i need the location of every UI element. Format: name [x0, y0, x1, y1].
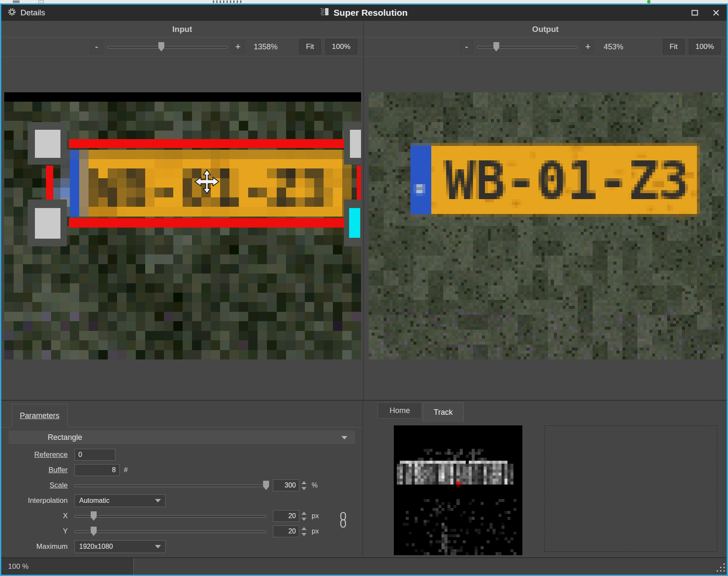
chevron-down-icon — [341, 436, 347, 439]
output-100pct-button[interactable]: 100% — [689, 39, 721, 54]
y-value-input[interactable] — [273, 525, 299, 537]
input-100pct-button[interactable]: 100% — [325, 39, 357, 54]
chevron-down-icon — [155, 545, 161, 548]
status-bar: 100 % — [1, 557, 727, 575]
parameters-tabstrip: Parameters — [1, 402, 362, 428]
selection-edge-right[interactable] — [357, 165, 361, 200]
selection-handle-bottom-right[interactable] — [349, 208, 360, 238]
scale-increment-button[interactable] — [300, 479, 307, 485]
background-fragment — [13, 0, 20, 3]
input-fit-button[interactable]: Fit — [299, 39, 321, 54]
window-controls — [684, 5, 727, 21]
link-xy-toggle[interactable] — [337, 511, 350, 529]
output-zoom-toolbar: - + 453% Fit 100% — [364, 37, 727, 57]
input-zoom-slider-track[interactable] — [107, 46, 227, 48]
bottom-area: Parameters Rectangle Reference Buffer # — [1, 400, 727, 557]
maximum-row: Maximum 1920x1080 — [1, 539, 362, 554]
output-viewer-panel: Output - + 453% Fit 100% — [364, 21, 727, 400]
selection-edge-top[interactable] — [69, 139, 347, 148]
x-slider-track[interactable] — [75, 515, 266, 518]
buffer-input[interactable] — [75, 464, 120, 476]
x-slider[interactable] — [75, 510, 266, 522]
output-zoom-slider-track[interactable] — [477, 46, 577, 48]
reference-input[interactable] — [75, 449, 115, 461]
chain-link-icon — [338, 511, 348, 528]
close-button[interactable] — [705, 5, 727, 21]
input-zoom-buttons: Fit 100% — [299, 39, 357, 54]
status-zoom-segment: 100 % — [1, 558, 134, 575]
x-decrement-button[interactable] — [300, 516, 307, 522]
y-decrement-button[interactable] — [300, 531, 307, 537]
scale-label[interactable]: Scale — [1, 481, 75, 490]
maximum-dropdown[interactable]: 1920x1080 — [75, 540, 166, 553]
output-zoom-out-button[interactable]: - — [460, 40, 473, 54]
y-spinner — [273, 525, 307, 537]
input-image-stage — [4, 92, 361, 359]
details-menu-button[interactable]: Details — [1, 5, 51, 21]
output-fit-button[interactable]: Fit — [663, 39, 685, 54]
tab-track[interactable]: Track — [423, 402, 464, 422]
output-zoom-in-button[interactable]: + — [582, 40, 594, 54]
input-panel-title: Input — [1, 21, 363, 37]
parameters-form: Reference Buffer # Scale — [1, 447, 362, 554]
x-value-input[interactable] — [273, 510, 299, 522]
input-zoom-slider[interactable] — [107, 41, 227, 52]
y-unit: px — [312, 528, 319, 535]
track-correlation-preview — [394, 425, 522, 555]
interpolation-row: Interpolation Automatic — [1, 493, 362, 508]
output-zoom-slider-handle[interactable] — [493, 42, 499, 51]
scale-slider-track[interactable] — [75, 485, 266, 487]
rectangle-group-label: Rectangle — [48, 433, 82, 442]
interpolation-dropdown[interactable]: Automatic — [75, 494, 166, 507]
maximize-button[interactable] — [684, 5, 705, 21]
input-zoom-in-button[interactable]: + — [232, 40, 244, 54]
scale-decrement-button[interactable] — [300, 485, 307, 491]
input-zoom-toolbar: - + 1358% Fit 100% — [1, 37, 363, 57]
input-zoom-out-button[interactable]: - — [90, 40, 103, 54]
tracking-tabstrip: Home Track — [363, 402, 727, 423]
tab-home[interactable]: Home — [378, 402, 422, 419]
input-zoom-slider-handle[interactable] — [158, 42, 164, 51]
buffer-label[interactable]: Buffer — [1, 466, 75, 474]
buffer-row: Buffer # — [1, 462, 362, 478]
details-label: Details — [20, 8, 45, 17]
input-zoom-value: 1358% — [254, 43, 291, 51]
y-increment-button[interactable] — [300, 525, 307, 531]
x-slider-handle[interactable] — [91, 511, 97, 521]
tracking-panel: Home Track — [363, 401, 727, 557]
arrow-down-icon — [301, 533, 307, 536]
x-spinner — [273, 510, 307, 522]
selection-handle-top-right[interactable] — [350, 130, 361, 158]
scale-slider[interactable] — [75, 480, 266, 491]
resize-grip[interactable] — [715, 562, 725, 574]
arrow-up-icon — [301, 481, 307, 484]
selection-handle-top-left[interactable] — [35, 130, 60, 158]
x-unit: px — [312, 512, 319, 520]
arrow-up-icon — [301, 512, 307, 515]
scale-slider-handle[interactable] — [263, 481, 269, 490]
output-image-canvas[interactable] — [369, 92, 724, 359]
selection-edge-left[interactable] — [46, 165, 53, 201]
interpolation-value: Automatic — [79, 497, 109, 505]
reference-label[interactable]: Reference — [1, 451, 75, 459]
y-slider[interactable] — [75, 526, 266, 537]
y-row: Y px — [1, 524, 362, 539]
output-zoom-slider[interactable] — [477, 41, 577, 52]
x-increment-button[interactable] — [300, 510, 307, 516]
output-zoom-value: 453% — [604, 43, 641, 51]
selection-edge-bottom[interactable] — [69, 218, 346, 228]
scale-value-input[interactable] — [273, 479, 299, 491]
y-slider-track[interactable] — [75, 530, 266, 533]
selection-handle-bottom-left[interactable] — [35, 208, 60, 239]
tab-parameters[interactable]: Parameters — [11, 404, 68, 428]
input-viewer-panel: Input - + 1358% Fit 100% — [1, 21, 364, 400]
output-panel-title: Output — [364, 21, 727, 37]
title-bar: Details — [1, 5, 727, 21]
window-title: Super Resolution — [321, 7, 408, 19]
rectangle-group-header[interactable]: Rectangle — [8, 430, 355, 445]
y-slider-handle[interactable] — [91, 527, 97, 536]
y-label: Y — [1, 527, 75, 536]
track-content — [363, 425, 727, 555]
gear-icon — [7, 7, 17, 19]
background-fragment — [213, 0, 243, 3]
